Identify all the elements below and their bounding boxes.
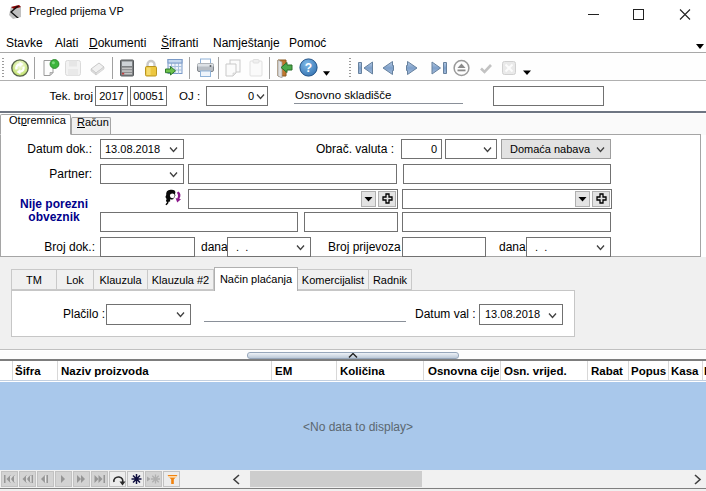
svg-text:?: ? (305, 61, 312, 75)
